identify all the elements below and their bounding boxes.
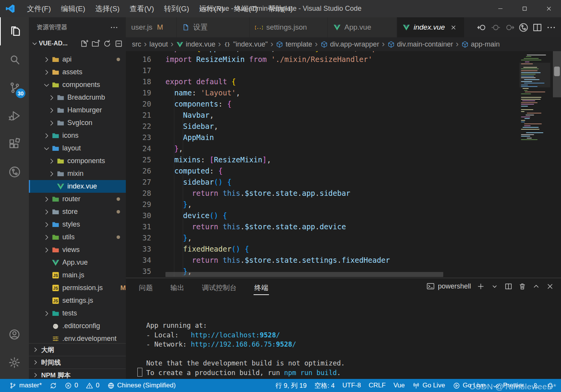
tree-item-Hamburger[interactable]: Hamburger: [29, 104, 126, 117]
code-token: [165, 144, 174, 153]
trash-icon[interactable]: [518, 282, 526, 290]
breadcrumb-layout[interactable]: layout: [149, 40, 168, 48]
tree-item-SvgIcon[interactable]: SvgIcon: [29, 117, 126, 129]
code-token: () {: [232, 245, 249, 253]
sidebar-section-1[interactable]: 时间线: [29, 356, 126, 369]
tab-index.vue[interactable]: index.vue: [397, 17, 464, 37]
activitybar-explorer[interactable]: [0, 17, 29, 45]
plus-icon[interactable]: [477, 282, 485, 290]
chev-up-icon[interactable]: [532, 282, 540, 290]
breadcrumb-separator: ›: [382, 37, 384, 51]
chev-down-sm-icon[interactable]: [491, 282, 499, 290]
modified-dot-badge: [117, 235, 120, 239]
status-0[interactable]: 0: [82, 379, 103, 392]
tree-item-assets[interactable]: assets: [29, 66, 126, 78]
status-GoLive[interactable]: Go Live: [409, 379, 449, 392]
activitybar-git-history[interactable]: [0, 158, 29, 186]
close-icon[interactable]: [450, 24, 457, 31]
tab-user.js[interactable]: user.jsM: [126, 17, 177, 37]
sidebar-section-0[interactable]: 大纲: [29, 343, 126, 356]
menu-item-F[interactable]: 文件(F): [22, 0, 56, 17]
nav-dot-icon[interactable]: [491, 22, 501, 33]
tree-item-components[interactable]: components: [29, 78, 126, 91]
status-master[interactable]: master*: [5, 379, 46, 392]
tree-item-tests[interactable]: tests: [29, 307, 126, 320]
menu-item-G[interactable]: 转到(G): [159, 0, 194, 17]
tree-item-views[interactable]: views: [29, 244, 126, 256]
breadcrumb-index.vue[interactable]: index.vue: [176, 40, 215, 48]
nav-back-icon[interactable]: [477, 22, 487, 33]
status-sync[interactable]: [46, 379, 61, 392]
minimap-line: [521, 102, 538, 103]
tree-item-router[interactable]: router: [29, 193, 126, 205]
tree-item-store[interactable]: store: [29, 205, 126, 218]
min-button[interactable]: [488, 0, 513, 17]
sidebar-section-2[interactable]: NPM 脚本: [29, 369, 126, 379]
status-Vue[interactable]: Vue: [389, 379, 409, 392]
activitybar-account[interactable]: [0, 320, 29, 349]
folder-icon: [52, 309, 60, 317]
status-ChineseSimplified[interactable]: Chinese (Simplified): [104, 379, 180, 392]
folder-icon: [52, 220, 60, 229]
activitybar-extensions[interactable]: [0, 130, 29, 158]
tree-item-index.vue[interactable]: index.vue: [29, 180, 126, 193]
tab-settings.json[interactable]: {..}settings.json: [250, 17, 328, 37]
max-button[interactable]: [513, 0, 537, 17]
breadcrumb-div.main-container[interactable]: div.main-container: [387, 40, 453, 48]
tree-item-components[interactable]: components: [29, 155, 126, 167]
tree-item-.editorconfig[interactable]: .editorconfig: [29, 320, 126, 332]
tree-item-App.vue[interactable]: App.vue: [29, 256, 126, 269]
status-4[interactable]: 空格: 4: [311, 379, 339, 392]
breadcrumb-app-main[interactable]: app-main: [461, 40, 500, 48]
breadcrumb-index.vue[interactable]: {}"index.vue": [224, 40, 268, 48]
code-editor[interactable]: 15import { AppMain, Navbar, Sidebar } fr…: [126, 51, 561, 278]
git-history-icon[interactable]: [518, 22, 529, 33]
panel-tab-调试控制台[interactable]: 调试控制台: [202, 278, 237, 297]
horizontal-scrollbar[interactable]: [165, 272, 443, 277]
breadcrumb-template[interactable]: template: [276, 40, 312, 48]
tree-item-settings.js[interactable]: JSsettings.js: [29, 294, 126, 307]
activitybar-settings[interactable]: [0, 349, 29, 377]
terminal-output[interactable]: App running at:- Local: http://localhost…: [146, 302, 345, 392]
vertical-scrollbar[interactable]: [553, 51, 561, 278]
tree-item-styles[interactable]: styles: [29, 218, 126, 231]
menu-item-E[interactable]: 编辑(E): [56, 0, 90, 17]
close-icon[interactable]: [546, 282, 554, 290]
tree-item-permission.js[interactable]: JSpermission.jsM: [29, 282, 126, 294]
chevron-right-icon: [32, 372, 39, 379]
tree-item-layout[interactable]: layout: [29, 142, 126, 155]
terminal-shell-selector[interactable]: powershell: [426, 282, 471, 290]
minimap-slider[interactable]: [519, 63, 550, 87]
breadcrumb-div.app-wrapper[interactable]: div.app-wrapper: [321, 40, 379, 48]
activitybar-source-control[interactable]: 30: [0, 73, 29, 102]
split-editor-icon[interactable]: [532, 22, 543, 33]
status-919[interactable]: 行 9, 列 19: [272, 379, 311, 392]
nav-forward-icon[interactable]: [504, 22, 515, 33]
status-UTF8[interactable]: UTF-8: [339, 379, 365, 392]
tab-[interactable]: 设置: [177, 17, 250, 37]
tree-item-Breadcrumb[interactable]: Breadcrumb: [29, 91, 126, 104]
more-icon[interactable]: [546, 22, 556, 33]
tree-item-main.js[interactable]: JSmain.js: [29, 269, 126, 282]
panel-tab-终端[interactable]: 终端: [254, 278, 268, 297]
code-token: ,: [209, 111, 214, 119]
panel-tab-输出[interactable]: 输出: [170, 278, 184, 297]
close-button[interactable]: [537, 0, 561, 17]
split-editor-icon[interactable]: [504, 282, 513, 290]
scrollbar-drag-handle[interactable]: [554, 67, 560, 76]
status-0[interactable]: 0: [61, 379, 82, 392]
menu-item-S[interactable]: 选择(S): [90, 0, 125, 17]
window-controls: [488, 0, 561, 17]
tree-item-utils[interactable]: utils: [29, 231, 126, 244]
activitybar-run-and-debug[interactable]: [0, 102, 29, 130]
tree-item-api[interactable]: api: [29, 53, 126, 66]
tree-item-icons[interactable]: icons: [29, 129, 126, 142]
menu-item-V[interactable]: 查看(V): [125, 0, 159, 17]
breadcrumb-src[interactable]: src: [132, 40, 141, 48]
activitybar-search[interactable]: [0, 45, 29, 73]
tree-item-mixin[interactable]: mixin: [29, 167, 126, 180]
tab-App.vue[interactable]: App.vue: [328, 17, 397, 37]
status-CRLF[interactable]: CRLF: [365, 379, 389, 392]
panel-tab-问题[interactable]: 问题: [139, 278, 153, 297]
code-token: sidebar: [183, 178, 214, 186]
